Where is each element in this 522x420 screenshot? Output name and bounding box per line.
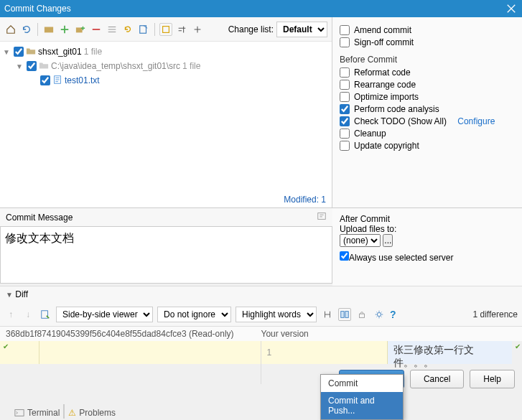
problems-tab[interactable]: ⚠ Problems — [68, 408, 116, 418]
warning-icon: ⚠ — [68, 408, 76, 418]
tree-checkbox[interactable] — [27, 61, 37, 71]
refresh-icon[interactable] — [20, 23, 33, 36]
svg-point-10 — [377, 312, 381, 316]
ignore-select[interactable]: Do not ignore — [157, 307, 231, 322]
close-icon[interactable] — [505, 2, 518, 15]
upload-label: Upload files to: — [340, 224, 515, 234]
todo-label: Check TODO (Show All) — [354, 116, 447, 126]
tree-checkbox[interactable] — [14, 47, 24, 57]
optimize-label: Optimize imports — [354, 92, 419, 102]
tree-file[interactable]: test01.txt — [0, 73, 332, 88]
check-icon: ✔ — [3, 342, 9, 350]
upload-select[interactable]: (none) — [340, 234, 381, 247]
highlight-select[interactable]: Highlight words — [236, 307, 317, 322]
help-icon[interactable]: ? — [390, 309, 396, 320]
changelist-select[interactable]: Default — [276, 22, 327, 37]
todo-checkbox[interactable] — [340, 116, 350, 126]
diff-icon[interactable] — [137, 23, 150, 36]
copyright-checkbox[interactable] — [340, 141, 350, 151]
revert-icon[interactable] — [121, 23, 134, 36]
modified-count: Modified: 1 — [0, 192, 332, 207]
svg-rect-11 — [15, 410, 24, 416]
group-icon[interactable] — [159, 23, 172, 36]
add-dir-icon[interactable] — [74, 23, 87, 36]
before-commit-label: Before Commit — [340, 55, 515, 65]
cleanup-label: Cleanup — [354, 129, 386, 139]
diff-count: 1 difference — [473, 309, 518, 319]
terminal-tab[interactable]: Terminal — [14, 408, 60, 418]
commit-menuitem[interactable]: Commit — [321, 375, 403, 392]
upload-browse-button[interactable]: ... — [383, 234, 393, 247]
tree-child[interactable]: ▼ C:\java\idea_temp\shsxt_git01\src 1 fi… — [0, 59, 332, 73]
optimize-checkbox[interactable] — [340, 92, 350, 102]
folder-icon[interactable] — [42, 23, 55, 36]
check-icon: ✔ — [515, 342, 521, 350]
window-title: Commit Changes — [4, 4, 71, 14]
chevron-down-icon[interactable]: ▼ — [16, 62, 24, 70]
commit-push-menuitem[interactable]: Commit and Push... — [321, 392, 403, 419]
diff-left-text — [39, 341, 261, 364]
reformat-label: Reformat code — [354, 67, 411, 78]
rearrange-label: Rearrange code — [354, 80, 416, 90]
tree-root[interactable]: ▼ shsxt_git01 1 file — [0, 45, 332, 59]
tree-checkbox[interactable] — [40, 75, 50, 85]
lock-icon[interactable] — [355, 308, 368, 321]
reformat-checkbox[interactable] — [340, 67, 350, 78]
help-button[interactable]: Help — [470, 370, 515, 388]
cleanup-checkbox[interactable] — [340, 129, 350, 139]
diff-right-header: Your version — [261, 329, 309, 339]
changes-toolbar: Change list: Default — [0, 17, 332, 42]
analysis-label: Perform code analysis — [354, 104, 439, 114]
after-commit-label: After Commit — [340, 214, 515, 224]
copyright-label: Update copyright — [354, 141, 419, 151]
signoff-checkbox[interactable] — [340, 37, 350, 47]
folder-icon — [26, 46, 36, 58]
diff-gutter-right: 1 — [261, 341, 388, 364]
diff-left-header: 368db1f87419045399f56c404e8f55dad84cfce3… — [6, 329, 261, 339]
remove-icon[interactable] — [90, 23, 103, 36]
collapse-icon[interactable] — [191, 23, 204, 36]
chevron-down-icon: ▼ — [6, 291, 13, 299]
sync-scroll-icon[interactable] — [338, 308, 351, 321]
chevron-down-icon[interactable]: ▼ — [3, 48, 11, 56]
svg-rect-3 — [163, 26, 169, 32]
prev-diff-icon[interactable]: ↑ — [4, 308, 17, 321]
always-server-checkbox[interactable] — [340, 251, 349, 261]
folder-icon — [39, 60, 49, 73]
list-icon[interactable] — [106, 23, 118, 36]
diff-right-text: 张三修改第一行文件。。。 — [388, 341, 512, 364]
diff-section-header[interactable]: ▼ Diff — [0, 286, 522, 302]
changelist-label: Change list: — [228, 24, 274, 34]
diff-gutter-left: ✔ — [0, 341, 39, 364]
jump-icon[interactable] — [39, 308, 52, 321]
tree-item-count: 1 file — [182, 61, 200, 71]
tree-item-label: C:\java\idea_temp\shsxt_git01\src — [51, 61, 180, 71]
svg-rect-7 — [341, 311, 344, 317]
amend-checkbox[interactable] — [340, 25, 350, 35]
svg-rect-9 — [360, 314, 365, 317]
tree-item-label: shsxt_git01 — [38, 47, 82, 57]
diff-toolbar: ↑ ↓ Side-by-side viewer Do not ignore Hi… — [0, 302, 522, 327]
commit-message-input[interactable] — [0, 226, 332, 284]
bottom-tool-tabs: Terminal ⚠ Problems — [0, 406, 130, 420]
amend-label: Amend commit — [354, 25, 411, 35]
viewer-select[interactable]: Side-by-side viewer — [56, 307, 153, 322]
commit-message-label: Commit Message — [6, 213, 73, 223]
commit-options: Amend commit Sign-off commit Before Comm… — [332, 17, 522, 207]
analysis-checkbox[interactable] — [340, 104, 350, 114]
svg-rect-0 — [45, 27, 53, 32]
rearrange-checkbox[interactable] — [340, 80, 350, 90]
home-icon[interactable] — [4, 23, 17, 36]
next-diff-icon[interactable]: ↓ — [22, 308, 34, 321]
diff-label: Diff — [15, 289, 28, 299]
expand-icon[interactable] — [175, 23, 188, 36]
add-icon[interactable] — [58, 23, 71, 36]
commit-dropdown: Commit Commit and Push... — [320, 374, 404, 420]
file-icon — [52, 75, 62, 87]
cancel-button[interactable]: Cancel — [410, 370, 464, 388]
configure-link[interactable]: Configure — [457, 116, 495, 126]
signoff-label: Sign-off commit — [354, 37, 414, 47]
collapse-diff-icon[interactable] — [321, 308, 334, 321]
gear-icon[interactable] — [373, 308, 386, 321]
history-icon[interactable] — [317, 211, 327, 223]
